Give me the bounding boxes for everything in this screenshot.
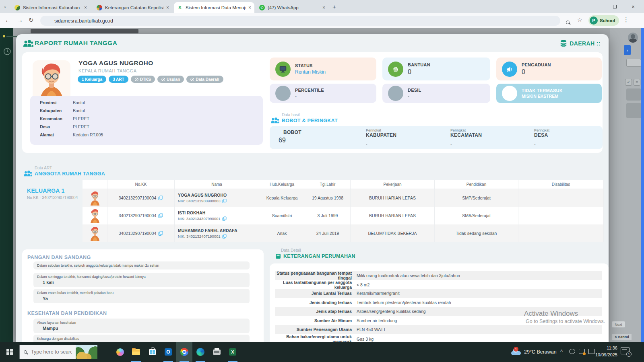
badge-usulan[interactable]: Usulan bbox=[157, 76, 184, 83]
forward-icon[interactable]: → bbox=[17, 16, 23, 23]
copy-icon[interactable] bbox=[222, 234, 227, 239]
address-bar[interactable] bbox=[40, 16, 560, 26]
start-button[interactable] bbox=[0, 342, 19, 362]
taskbar-outlook[interactable]: O bbox=[160, 342, 176, 362]
tab-sistem-informasi-data-active[interactable]: S Sistem Informasi Data Menuju S × bbox=[174, 2, 254, 13]
taskbar-file-explorer[interactable] bbox=[128, 342, 144, 362]
table-row: 3402132907190004 MUHAMMAD FAREL ARDAFA N… bbox=[83, 224, 604, 242]
location-panel: ProvinsiBantul KabupatenBantul Kecamatan… bbox=[30, 96, 263, 145]
tab-favicon bbox=[14, 5, 20, 10]
reload-icon[interactable]: ↻ bbox=[29, 16, 34, 24]
search-icon[interactable] bbox=[566, 19, 570, 26]
art-table-header: No.KK Nama Hub.Keluarga Tgl.Lahir Pekerj… bbox=[83, 180, 604, 189]
background-sort-icon: ≡ bbox=[634, 79, 640, 86]
bantuan-value: 0 bbox=[408, 68, 430, 76]
tab-search-chevron-icon[interactable]: ⌄ bbox=[3, 4, 7, 9]
col-nama: Nama bbox=[175, 180, 259, 189]
perumahan-row: Luas lantai/bangunan per anggota keluarg… bbox=[275, 280, 602, 289]
window-close-button[interactable]: × bbox=[625, 0, 642, 13]
new-tab-button[interactable]: + bbox=[332, 3, 336, 10]
taskbar-store[interactable] bbox=[144, 342, 160, 362]
household-people-icon bbox=[23, 40, 33, 47]
no-entry-icon bbox=[190, 78, 194, 81]
tab-keterangan-catatan[interactable]: Keterangan Catatan Kepolisian × bbox=[93, 2, 172, 13]
running-indicator bbox=[228, 361, 237, 362]
badge-dtks[interactable]: DTKS bbox=[131, 76, 155, 83]
taskbar-search-input[interactable] bbox=[30, 349, 72, 355]
location-row: KecamatanPLERET bbox=[40, 116, 89, 124]
percentile-value: - bbox=[295, 94, 324, 99]
browser-menu-icon[interactable]: ⋮ bbox=[623, 16, 629, 23]
page-scrollbar[interactable] bbox=[641, 28, 644, 342]
copy-icon[interactable] bbox=[158, 231, 163, 236]
status-label: STATUS bbox=[295, 63, 326, 68]
windows-logo-icon bbox=[6, 349, 13, 355]
tab-whatsapp[interactable]: ✆ (47) WhatsApp × bbox=[256, 2, 328, 13]
no-entry-icon bbox=[161, 78, 165, 81]
copy-icon[interactable] bbox=[222, 199, 227, 203]
badge-art[interactable]: 3 ART bbox=[109, 76, 128, 83]
notification-badge: 1 bbox=[626, 352, 632, 357]
tab-close-icon[interactable]: × bbox=[166, 5, 169, 10]
browser-profile-chip[interactable]: P School bbox=[588, 15, 619, 26]
perumahan-row: Bahan bakar/energi utama untuk memasakGa… bbox=[275, 334, 602, 342]
tab-close-icon[interactable]: × bbox=[322, 5, 325, 10]
profile-card: YOGA AGUS NUGROHO KEPALA RUMAH TANGGA 1 … bbox=[22, 52, 603, 153]
taskbar-clock[interactable]: 11:36 10/09/2025 bbox=[592, 345, 617, 358]
perumahan-kicker: Data Detail bbox=[281, 248, 301, 253]
perumahan-row: Sumber Penerangan UtamaPLN 450 WATT bbox=[275, 325, 602, 334]
table-row: 3402132907190004 ISTI ROKHAH NIK: 340213… bbox=[83, 207, 604, 224]
person-avatar bbox=[33, 60, 70, 101]
browser-tab-bar: ⌄ Sistem Informasi Kalurahan Ple × Keter… bbox=[0, 0, 644, 13]
copy-icon[interactable] bbox=[222, 216, 227, 221]
bobot-value: 69 bbox=[279, 137, 286, 144]
col-pekerjaan: Pekerjaan bbox=[351, 180, 435, 189]
activate-windows-watermark-line2: Go to Settings to activate Windows. bbox=[526, 319, 605, 324]
member-name: YOGA AGUS NUGROHO bbox=[178, 193, 227, 197]
peringkat-desa: Peringkat DESA - bbox=[534, 128, 549, 146]
clock-date: 10/09/2025 bbox=[592, 352, 617, 358]
taskbar-search[interactable] bbox=[19, 345, 93, 359]
weather-badge: 1 bbox=[514, 347, 518, 352]
location-row: ProvinsiBantul bbox=[40, 100, 85, 108]
pengaduan-label: PENGADUAN bbox=[522, 62, 551, 67]
copy-icon[interactable] bbox=[158, 195, 163, 200]
col-disabilitas: Disabilitas bbox=[518, 180, 604, 189]
copy-icon[interactable] bbox=[158, 213, 163, 218]
background-expand-button[interactable]: › bbox=[624, 45, 631, 55]
bantuan-card: BANTUAN 0 bbox=[382, 58, 490, 80]
search-daily-image[interactable] bbox=[76, 345, 97, 359]
bookmark-star-icon[interactable]: ☆ bbox=[577, 16, 582, 23]
taskbar-weather[interactable]: 29°C Berawan bbox=[510, 342, 557, 362]
taskbar-excel[interactable]: X bbox=[225, 342, 241, 362]
badge-keluarga[interactable]: 1 Keluarga bbox=[78, 76, 106, 83]
copilot-icon bbox=[116, 348, 124, 356]
window-maximize-button[interactable] bbox=[606, 0, 623, 13]
art-heading: ANGGOTA RUMAH TANGGA bbox=[23, 171, 105, 177]
question-box: Dalam enam bulan terakhir, membeli pakai… bbox=[33, 289, 250, 303]
taskbar-chrome-active[interactable] bbox=[176, 342, 192, 362]
window-minimize-button[interactable]: — bbox=[588, 0, 605, 13]
placeholder-circle-icon bbox=[502, 86, 517, 101]
taskbar-edge[interactable] bbox=[192, 342, 208, 362]
miskin-line1: TIDAK TERMASUK bbox=[522, 88, 563, 93]
member-name: MUHAMMAD FAREL ARDAFA bbox=[178, 228, 237, 233]
tab-close-icon[interactable]: × bbox=[248, 5, 251, 10]
tab-close-icon[interactable]: × bbox=[84, 5, 87, 10]
site-info-icon[interactable] bbox=[45, 19, 50, 23]
status-value[interactable]: Rentan Miskin bbox=[295, 69, 326, 75]
badge-data-daerah[interactable]: Data Daerah bbox=[186, 76, 223, 83]
monitor-icon bbox=[275, 62, 291, 77]
taskbar-fax[interactable] bbox=[208, 342, 225, 362]
question-box: Dalam seminggu terakhir, konsumsi daging… bbox=[33, 273, 250, 287]
member-avatar bbox=[88, 208, 102, 223]
peringkat-kabupaten: Peringkat KABUPATEN - bbox=[366, 128, 396, 146]
taskbar-copilot[interactable] bbox=[112, 342, 128, 362]
url-input[interactable] bbox=[54, 18, 255, 24]
tray-expand-chevron[interactable]: ^ bbox=[560, 348, 563, 354]
tab-sistem-informasi-kalurahan[interactable]: Sistem Informasi Kalurahan Ple × bbox=[11, 2, 90, 13]
tray-person-icon[interactable] bbox=[569, 349, 575, 354]
windows-taskbar: O X 29°C Berawan 1 ^ 11:36 10/09/2025 1 bbox=[0, 342, 644, 362]
daerah-toggle[interactable]: DAERAH :: bbox=[560, 39, 601, 47]
back-icon[interactable]: ← bbox=[5, 16, 11, 23]
